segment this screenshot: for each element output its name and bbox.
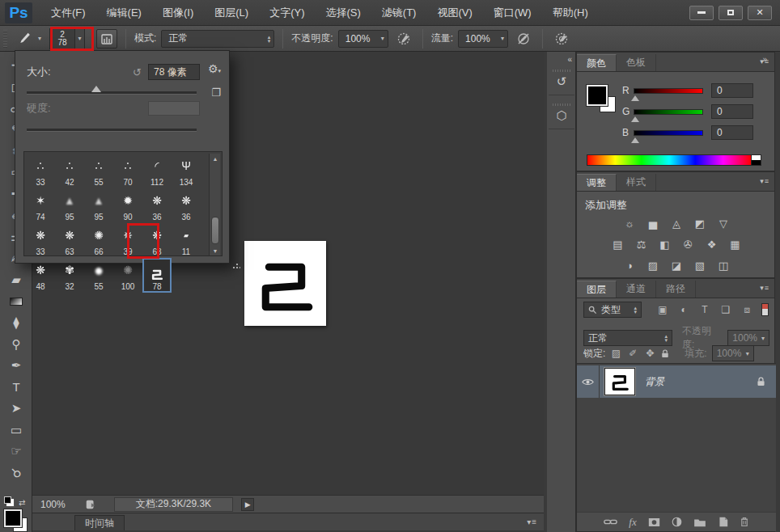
brush-tile-11[interactable]: ▰11 [172,223,201,258]
adjustment-icon-0-0[interactable]: ☼ [621,216,638,230]
brush-tile-48[interactable]: ❋48 [26,258,55,293]
layer-filter-icon-3[interactable]: ❑ [718,302,734,317]
layer-row-background[interactable]: 背景 [577,365,776,398]
adjustment-icon-2-1[interactable]: ▨ [645,258,661,272]
adjustment-icon-2-2[interactable]: ◪ [668,258,685,272]
dodge-tool[interactable]: ⚲ [0,334,32,355]
type-tool[interactable]: T [0,377,32,398]
brush-preset-picker[interactable]: 2 78 ▾ [49,28,85,49]
tab-adjustments-1[interactable]: 样式 [617,174,656,191]
brush-tile-100[interactable]: ✺100 [113,258,142,293]
scrollbar-thumb[interactable] [211,217,219,244]
brush-tile-63[interactable]: ❋63 [142,223,172,258]
tab-color-0[interactable]: 颜色 [577,54,617,71]
minimize-button[interactable] [689,6,714,20]
slider-thumb-g[interactable] [631,116,639,122]
slider-thumb-r[interactable] [631,95,639,101]
layer-blend-mode-select[interactable]: 正常 ▴▾ [583,330,672,346]
new-group-icon[interactable] [693,517,706,527]
adjustment-icon-0-1[interactable]: ▅ [645,216,661,230]
lock-option-icon-1[interactable]: ✐ [627,346,638,361]
brush-size-field[interactable]: 78 像素 [148,64,200,80]
tab-layers-2[interactable]: 路径 [656,281,696,298]
new-layer-icon[interactable] [718,517,728,527]
menu-item-4[interactable]: 文字(Y) [259,0,315,26]
flow-select[interactable]: 100%▾ [458,30,508,48]
pressure-size-icon[interactable] [551,29,572,49]
blur-tool[interactable]: ⧫ [0,312,32,333]
adjustment-icon-1-5[interactable]: ▦ [727,237,744,251]
pen-tool[interactable]: ✒ [0,355,32,376]
zoom-level[interactable]: 100% [32,499,74,510]
layer-filter-toggle[interactable] [761,303,769,316]
brush-tile-36[interactable]: ❋36 [142,188,172,223]
brush-tile-36[interactable]: ❋36 [172,188,201,223]
tab-adjustments-0[interactable]: 调整 [577,174,617,191]
menu-item-3[interactable]: 图层(L) [204,0,259,26]
layer-style-fx-icon[interactable]: fx [629,516,636,529]
new-adjustment-layer-icon[interactable] [672,517,682,527]
swap-colors-icon[interactable]: ⇄ [19,498,25,507]
add-layer-mask-icon[interactable] [648,517,660,527]
adjustment-icon-1-3[interactable]: ✇ [680,237,697,251]
foreground-color-swatch[interactable] [4,509,22,527]
opacity-select[interactable]: 100%▾ [338,30,388,48]
layer-filter-type-select[interactable]: 类型 ▴▾ [583,302,642,318]
brush-tile-63[interactable]: ❋63 [55,223,84,258]
brush-tile-134[interactable]: Ψ134 [172,154,201,188]
menu-item-1[interactable]: 编辑(E) [96,0,152,26]
adjustment-icon-2-0[interactable]: ◑ [621,258,638,272]
layer-name[interactable]: 背景 [645,375,664,389]
options-grip[interactable] [3,30,7,48]
layer-filter-icon-1[interactable]: ◐ [676,302,692,317]
value-b[interactable]: 0 [711,125,753,140]
brush-tool-icon[interactable] [14,29,33,49]
menu-item-9[interactable]: 帮助(H) [542,0,599,26]
adjustment-icon-1-2[interactable]: ◧ [657,237,673,251]
layer-visibility-toggle[interactable] [577,365,600,398]
adjustment-icon-1-1[interactable]: ⚖ [634,237,650,251]
reset-size-icon[interactable]: ↺ [133,66,142,78]
document-image[interactable] [244,241,326,326]
toggle-brush-panel-button[interactable] [96,29,117,49]
layer-filter-icon-4[interactable]: ⧈ [739,302,755,317]
brush-tile-78-selected[interactable]: 78 [142,258,172,293]
adjustment-icon-1-4[interactable]: ❖ [704,237,720,251]
brush-tile-112[interactable]: ◜112 [142,154,172,188]
panel-button-3d-panel[interactable]: ⬡ [549,97,574,129]
menu-item-7[interactable]: 视图(V) [426,0,482,26]
create-brush-icon[interactable]: ❐ [211,87,221,99]
brush-tile-70[interactable]: ∴70 [113,154,142,188]
restore-button[interactable] [719,6,743,20]
brush-tile-55[interactable]: ●55 [84,258,113,293]
brush-tile-95[interactable]: ▲95 [84,188,113,223]
slider-r[interactable] [634,88,703,94]
adjustment-icon-1-0[interactable]: ▤ [610,237,626,251]
color-spectrum-ramp[interactable] [587,154,752,166]
tab-color-1[interactable]: 色板 [617,54,656,71]
value-r[interactable]: 0 [711,83,753,98]
layer-filter-icon-2[interactable]: T [697,302,713,317]
tab-layers-0[interactable]: 图层 [577,281,617,298]
blend-mode-select[interactable]: 正常 ▴▾ [161,30,274,48]
adjustment-icon-0-4[interactable]: ▽ [715,216,731,230]
pressure-opacity-icon[interactable] [393,29,414,49]
spectrum-bw-swatches[interactable] [752,154,761,166]
brush-tile-39[interactable]: ✵39 [113,223,142,258]
panel-foreground-swatch[interactable] [587,85,608,106]
close-button[interactable]: ✕ [748,6,772,20]
layer-filter-icon-0[interactable]: ▣ [655,302,671,317]
link-layers-icon[interactable] [604,517,617,526]
brush-tile-66[interactable]: ✺66 [84,223,113,258]
slider-thumb-b[interactable] [631,137,639,143]
scroll-up-icon[interactable]: ▲ [210,154,221,163]
menu-item-8[interactable]: 窗口(W) [483,0,542,26]
size-slider-thumb[interactable] [91,86,101,92]
panel-resize-grip[interactable] [232,261,240,269]
delete-layer-icon[interactable] [740,517,749,527]
adjustment-icon-0-2[interactable]: ◬ [668,216,685,230]
value-g[interactable]: 0 [711,104,753,119]
brush-panel-gear-icon[interactable]: ⚙▾ [208,62,221,75]
brush-tile-55[interactable]: ∴55 [84,154,113,188]
path-select-tool[interactable]: ➤ [0,398,32,419]
